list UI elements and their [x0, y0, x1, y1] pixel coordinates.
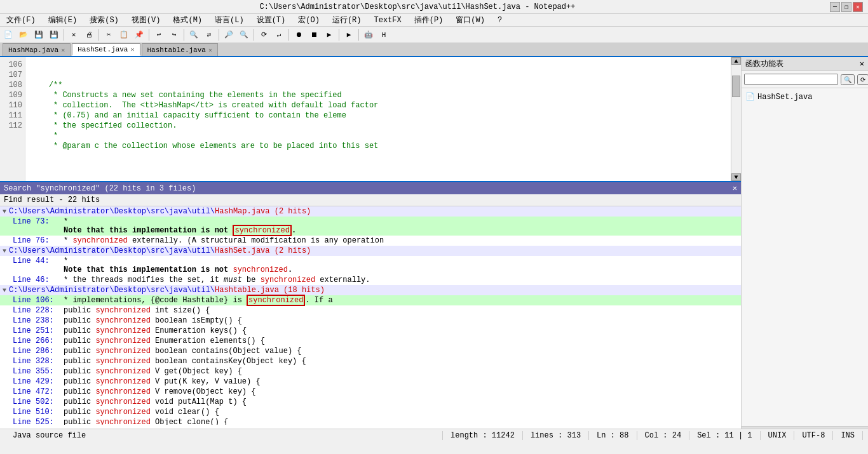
close-button-tb[interactable]: ✕	[67, 28, 81, 42]
run-button[interactable]: ▶	[342, 28, 356, 42]
macro-play-button[interactable]: ▶	[322, 28, 336, 42]
keyword-match: synchronized	[95, 316, 150, 325]
scroll-up[interactable]: ▲	[731, 57, 741, 65]
code-content[interactable]: /** * Constructs a new set containing th…	[25, 57, 731, 181]
menubar-item[interactable]: 语言(L)	[211, 15, 248, 25]
menubar-item[interactable]: 文件(F)	[3, 15, 39, 25]
eol-status: UNIX	[761, 431, 795, 440]
tab-close-icon[interactable]: ✕	[61, 46, 65, 54]
cut-button[interactable]: ✂	[102, 28, 116, 42]
find-line-row[interactable]: Line 355: public synchronized V get(Obje…	[0, 366, 741, 377]
keyword-match: synchronized	[95, 357, 150, 366]
find-line-row[interactable]: Line 472: public synchronized V remove(O…	[0, 387, 741, 397]
find-line-row[interactable]: Line 46: * the threads modifies the set,…	[0, 275, 741, 285]
titlebar: C:\Users\Administrator\Desktop\src\java\…	[0, 0, 868, 14]
find-line-row[interactable]: Line 44: * Note that this implementation…	[0, 256, 741, 275]
menubar-item[interactable]: 宏(O)	[294, 15, 323, 25]
macro-rec-button[interactable]: ⏺	[292, 28, 306, 42]
paste-button[interactable]: 📌	[132, 28, 146, 42]
keyword-match: synchronized	[95, 418, 150, 425]
func-panel-close[interactable]: ✕	[860, 59, 864, 69]
find-line-row[interactable]: Line 251: public synchronized Enumeratio…	[0, 326, 741, 336]
undo-button[interactable]: ↩	[152, 28, 166, 42]
tab-item[interactable]: HashMap.java✕	[3, 43, 71, 56]
find-line-row[interactable]: Line 228: public synchronized int size()…	[0, 305, 741, 316]
tab-close-icon[interactable]: ✕	[208, 46, 212, 54]
func-search-button[interactable]: 🔍	[841, 74, 855, 85]
find-line-row[interactable]: Line 510: public synchronized void clear…	[0, 407, 741, 417]
redo-button[interactable]: ↪	[167, 28, 181, 42]
replace-button[interactable]: ⇄	[202, 28, 216, 42]
find-line-content: public synchronized void putAll(Map t) {	[64, 397, 738, 406]
find-line-row[interactable]: Line 238: public synchronized boolean is…	[0, 316, 741, 326]
code-line: * the specified collection.	[31, 121, 726, 131]
menubar-item[interactable]: 窗口(W)	[452, 15, 489, 25]
find-line-content: public synchronized Object clone() {	[64, 418, 738, 425]
zoom-in-button[interactable]: 🔎	[222, 28, 236, 42]
scroll-down[interactable]: ▼	[731, 173, 741, 181]
wrap-button[interactable]: ↵	[272, 28, 286, 42]
menubar-item[interactable]: 插件(P)	[410, 15, 447, 25]
menubar-item[interactable]: 格式(M)	[169, 15, 206, 25]
open-button[interactable]: 📂	[17, 28, 31, 42]
menubar-item[interactable]: TextFX	[370, 16, 405, 25]
separator-8	[339, 29, 339, 41]
find-line-row[interactable]: Line 328: public synchronized boolean co…	[0, 356, 741, 366]
find-line-row[interactable]: Line 525: public synchronized Object clo…	[0, 417, 741, 425]
keyword-match: synchronized	[95, 377, 150, 386]
keyword-match: synchronized	[72, 236, 127, 245]
maximize-button[interactable]: ❐	[841, 2, 851, 12]
menubar-item[interactable]: ?	[494, 16, 506, 25]
save-all-button[interactable]: 💾	[47, 28, 61, 42]
menubar-item[interactable]: 视图(V)	[128, 15, 165, 25]
find-button[interactable]: 🔍	[187, 28, 201, 42]
find-content[interactable]: ▼C:\Users\Administrator\Desktop\src\java…	[0, 206, 741, 425]
find-file-row[interactable]: ▼C:\Users\Administrator\Desktop\src\java…	[0, 246, 741, 256]
scroll-thumb[interactable]	[732, 76, 740, 97]
sync-button[interactable]: ⟳	[257, 28, 271, 42]
find-close-icon[interactable]: ✕	[733, 184, 737, 193]
find-line-number: Line 251:	[13, 326, 64, 335]
find-line-number: Line 228:	[13, 306, 64, 315]
find-line-row[interactable]: Line 106: * implementations, {@code Hash…	[0, 295, 741, 305]
line-number: 108	[3, 80, 22, 90]
func-refresh-button[interactable]: ⟳	[857, 74, 868, 85]
find-line-row[interactable]: Line 266: public synchronized Enumeratio…	[0, 336, 741, 346]
menubar-item[interactable]: 搜索(S)	[86, 15, 123, 25]
new-button[interactable]: 📄	[1, 28, 15, 42]
menubar-item[interactable]: 运行(R)	[329, 15, 365, 25]
print-button[interactable]: 🖨	[82, 28, 96, 42]
save-button[interactable]: 💾	[32, 28, 46, 42]
find-line-row[interactable]: Line 502: public synchronized void putAl…	[0, 397, 741, 407]
close-button[interactable]: ✕	[853, 2, 863, 12]
copy-button[interactable]: 📋	[117, 28, 131, 42]
tabbar: HashMap.java✕HashSet.java✕Hashtable.java…	[0, 43, 868, 57]
expand-icon: ▼	[3, 287, 6, 294]
hex-button[interactable]: H	[377, 28, 391, 42]
find-line-number: Line 46:	[13, 276, 64, 284]
find-line-row[interactable]: Line 73: * Note that this implementation…	[0, 217, 741, 236]
minimize-button[interactable]: —	[830, 2, 840, 12]
statusbar: Java source file length : 11242 lines : …	[0, 429, 868, 441]
vertical-scrollbar[interactable]: ▲ ▼	[731, 57, 741, 181]
menubar-item[interactable]: 设置(T)	[253, 15, 290, 25]
tab-item[interactable]: HashSet.java✕	[72, 43, 140, 56]
macro-stop-button[interactable]: ⏹	[307, 28, 321, 42]
find-line-content: public synchronized boolean containsKey(…	[64, 357, 738, 366]
func-file-label: HashSet.java	[757, 93, 812, 102]
find-file-row[interactable]: ▼C:\Users\Administrator\Desktop\src\java…	[0, 285, 741, 295]
find-line-row[interactable]: Line 76: * synchronized externally. (A s…	[0, 236, 741, 246]
func-tree-item[interactable]: 📄 HashSet.java	[744, 91, 865, 103]
zoom-out-button[interactable]: 🔍	[237, 28, 251, 42]
find-line-row[interactable]: Line 429: public synchronized V put(K ke…	[0, 377, 741, 387]
keyword-match: synchronized	[233, 265, 287, 274]
find-file-row[interactable]: ▼C:\Users\Administrator\Desktop\src\java…	[0, 206, 741, 217]
code-line: /**	[31, 80, 726, 90]
find-line-row[interactable]: Line 286: public synchronized boolean co…	[0, 346, 741, 356]
find-results-panel: Search "synchronized" (22 hits in 3 file…	[0, 181, 741, 429]
func-search-input[interactable]	[744, 74, 838, 85]
android-button[interactable]: 🤖	[362, 28, 376, 42]
menubar-item[interactable]: 编辑(E)	[44, 15, 81, 25]
tab-item[interactable]: Hashtable.java✕	[142, 43, 218, 56]
tab-close-icon[interactable]: ✕	[130, 46, 134, 53]
